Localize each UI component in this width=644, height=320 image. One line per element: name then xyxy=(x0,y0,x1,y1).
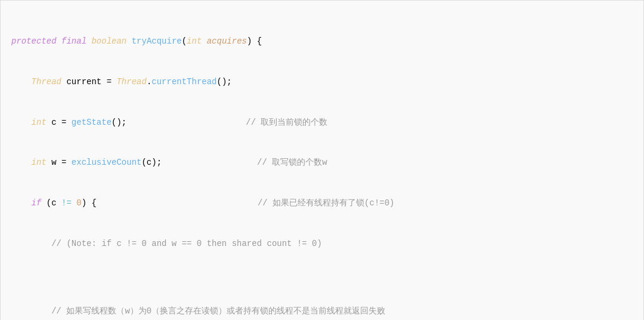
line-4: int w = exclusiveCount(c);// 取写锁的个数w xyxy=(11,156,633,170)
line-1: protected final boolean tryAcquire(int a… xyxy=(11,35,633,48)
line-5: if (c != 0) {// 如果已经有线程持有了锁(c!=0) xyxy=(11,196,633,210)
line-3: int c = getState();// 取到当前锁的个数 xyxy=(11,116,633,130)
code-block: protected final boolean tryAcquire(int a… xyxy=(0,0,644,320)
line-8: // 如果写线程数（w）为0（换言之存在读锁）或者持有锁的线程不是当前线程就返回… xyxy=(11,304,633,318)
line-2: Thread current = Thread.currentThread(); xyxy=(11,75,633,89)
line-6: // (Note: if c != 0 and w == 0 then shar… xyxy=(11,237,633,251)
